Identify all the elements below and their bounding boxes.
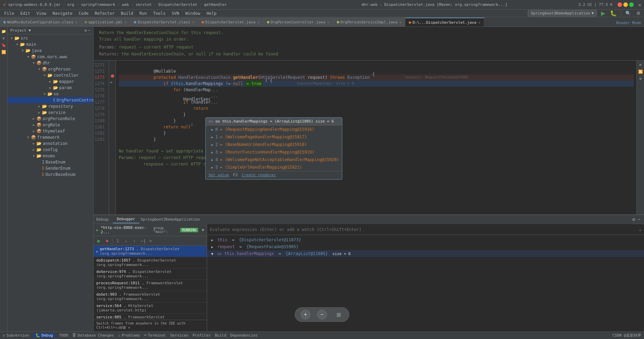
status-svn[interactable]: ↕ Subversion bbox=[3, 333, 29, 338]
tree-item-main[interactable]: ▼ 📂 main bbox=[8, 41, 93, 47]
tree-item-orgperson[interactable]: ▼ 📦 orgPerson bbox=[8, 66, 93, 72]
menu-refactor[interactable]: Refactor bbox=[92, 10, 117, 17]
run-button[interactable]: ▶ bbox=[599, 9, 607, 18]
sidebar-settings-icon[interactable]: ⚙ bbox=[85, 28, 87, 33]
code-content[interactable]: @Nullable protected HandlerExecutionChai… bbox=[116, 61, 636, 214]
tree-item-dhr[interactable]: ▼ 📦 dhr bbox=[8, 60, 93, 66]
resume-button[interactable]: ▶ bbox=[95, 237, 103, 245]
create-renderer-link[interactable]: Create renderer bbox=[242, 172, 276, 178]
status-debug[interactable]: 🐛 Debug bbox=[33, 333, 55, 338]
menu-navigate[interactable]: Navigate bbox=[50, 10, 75, 17]
menu-help[interactable]: Help bbox=[204, 10, 219, 17]
thread-expand[interactable]: ▼ bbox=[202, 228, 204, 232]
debug-frame-5[interactable]: service:564 , HttpServlet (jakarta.servl… bbox=[94, 303, 207, 314]
menu-window[interactable]: Window bbox=[183, 10, 203, 17]
zoom-out-button[interactable]: − bbox=[317, 310, 327, 319]
menu-build[interactable]: Build bbox=[118, 10, 136, 17]
tab-close[interactable]: ✕ bbox=[479, 21, 481, 24]
status-profiler[interactable]: Profiler bbox=[193, 333, 211, 338]
rs-icon-1[interactable]: ≡ bbox=[637, 62, 644, 68]
tab-close[interactable]: ✕ bbox=[258, 20, 260, 24]
debug-frame-2[interactable]: doService:974 , DispatcherServlet (org.s… bbox=[94, 268, 207, 280]
status-terminal[interactable]: ⌨ Terminal bbox=[144, 333, 166, 338]
tab-application-yml[interactable]: application.yml ✕ bbox=[81, 18, 130, 27]
status-build[interactable]: Build bbox=[215, 333, 226, 338]
tab-close[interactable]: ✕ bbox=[75, 20, 77, 24]
zoom-grid-button[interactable]: ⊞ bbox=[334, 310, 343, 319]
sidebar-collapse-icon[interactable]: − bbox=[88, 28, 90, 33]
tab-webmvcauto[interactable]: WebMvcAutoConfiguration.class ✕ bbox=[0, 18, 81, 27]
stop-button[interactable]: ■ bbox=[103, 237, 111, 245]
tab-dispatcher-local[interactable]: D:\...DispatcherServlet.java ✕ bbox=[405, 18, 484, 27]
search-everywhere-button[interactable]: 🔍 bbox=[624, 9, 632, 18]
tree-item-controller[interactable]: ▼ 📂 controller bbox=[8, 72, 93, 78]
tab-close[interactable]: ✕ bbox=[328, 20, 330, 24]
debug-popup-item-5[interactable]: ▶ 5 = (SimpleUrlHandlerMapping@15921) bbox=[206, 163, 342, 171]
tab-close[interactable]: ✕ bbox=[192, 20, 194, 24]
var-item-handlermappings[interactable]: ▼ oo this.handlerMappings = {ArrayList@1… bbox=[207, 250, 644, 257]
tree-item-ourcbaseenum[interactable]: E OurcBaseEnum bbox=[8, 171, 93, 178]
run-config-selector[interactable]: Springboot3DemoApplication ▼ bbox=[528, 10, 597, 17]
debug-popup-item-1[interactable]: ▶ 1 = (WelcomePageHandlerMapping@15917) bbox=[206, 133, 342, 141]
debug-popup-item-3[interactable]: ▶ 3 = (RouterFunctionHandlerMapping@1591… bbox=[206, 148, 342, 156]
menu-file[interactable]: File bbox=[1, 10, 17, 17]
debug-popup-item-4[interactable]: ▶ 4 = (WelcomePageNotAcceptableHandlerMa… bbox=[206, 156, 342, 163]
tab-close[interactable]: ✕ bbox=[125, 20, 127, 24]
close-panel-icon[interactable]: − bbox=[637, 216, 641, 223]
status-todo[interactable]: TODO bbox=[59, 333, 68, 338]
debug-popup-item-0[interactable]: ▶ 0 = (RequestMappingHandlerMapping@1591… bbox=[206, 126, 342, 133]
eval-expand-icon[interactable]: ⌄ bbox=[639, 227, 641, 232]
structure-icon[interactable]: ≡ bbox=[1, 35, 7, 41]
minimize-button[interactable] bbox=[623, 2, 628, 7]
evaluate-button[interactable]: ≈ bbox=[147, 237, 154, 245]
maximize-button[interactable] bbox=[629, 2, 634, 7]
tree-item-thymeleaf[interactable]: ▶ 📦 thymeleaf bbox=[8, 128, 93, 134]
set-value-link[interactable]: Set value bbox=[208, 172, 229, 178]
step-out-button[interactable]: ↑ bbox=[130, 237, 138, 245]
status-services[interactable]: Services bbox=[170, 333, 189, 338]
debug-button[interactable]: 🐛 bbox=[609, 9, 618, 18]
menu-code[interactable]: Code bbox=[76, 10, 92, 17]
step-over-button[interactable]: ⤵ bbox=[114, 237, 121, 245]
zoom-in-button[interactable]: + bbox=[301, 310, 310, 319]
reader-mode-button[interactable]: Reader Mode bbox=[613, 19, 644, 27]
tree-item-mapper[interactable]: ▶ 📂 mapper bbox=[8, 78, 93, 85]
var-expand-arrow[interactable]: ▼ bbox=[211, 252, 215, 256]
debug-frame-6[interactable]: service:885 , FrameworkServlet (org.spri… bbox=[94, 314, 207, 320]
tree-item-com[interactable]: ▼ 📦 com.ours.www bbox=[8, 54, 93, 60]
step-into-button[interactable]: ↓ bbox=[122, 237, 130, 245]
project-icon[interactable]: 📁 bbox=[1, 28, 7, 34]
var-expand-arrow[interactable]: ▶ bbox=[211, 238, 215, 242]
status-problems[interactable]: ⚠ Problems bbox=[118, 333, 140, 338]
tree-item-param[interactable]: ▶ 📂 param bbox=[8, 85, 93, 91]
tab-dispatcher-java[interactable]: DispatcherServlet.java ✕ bbox=[198, 18, 264, 27]
tree-item-orgpersoncontroller-file[interactable]: C OrgPersonController bbox=[8, 97, 93, 103]
bookmarks-icon[interactable]: 🔖 bbox=[1, 42, 7, 48]
run-icon[interactable]: ▶ bbox=[96, 228, 99, 232]
menu-view[interactable]: View bbox=[34, 10, 49, 17]
tree-item-service[interactable]: ▶ 📂 service bbox=[8, 109, 93, 116]
debug-popup-item-2[interactable]: ▶ 2 = (BeanNameUriHandlerMapping@15918) bbox=[206, 141, 342, 148]
tree-item-src[interactable]: ▼ 📂 src bbox=[8, 35, 93, 41]
tree-item-repository[interactable]: ▶ 📂 repository bbox=[8, 103, 93, 109]
title-controls[interactable]: 3.2 GI | 77.5 K ✕ bbox=[578, 2, 641, 8]
tree-item-enums[interactable]: ▼ 📂 enums bbox=[8, 153, 93, 159]
debug-frame-4[interactable]: doGet:903 , FrameworkServlet (org.spring… bbox=[94, 291, 207, 303]
run-to-cursor-button[interactable]: →| bbox=[139, 237, 146, 245]
tab-orgpersoncontroller[interactable]: OrgPersonController.java ✕ bbox=[264, 18, 333, 27]
git-icon[interactable]: 🔀 bbox=[1, 49, 7, 55]
tree-item-vo[interactable]: ▼ 📂 vo bbox=[8, 91, 93, 97]
tab-orgpersonservice[interactable]: OrgPersonServiceImpl.java ✕ bbox=[333, 18, 406, 27]
close-button[interactable] bbox=[618, 2, 622, 7]
tree-item-orgpersonrole[interactable]: ▶ 📦 orgPersonRole bbox=[8, 116, 93, 122]
rs-icon-2[interactable]: 🔀 bbox=[637, 69, 644, 75]
var-expand-arrow[interactable]: ▶ bbox=[211, 245, 215, 249]
debug-frame-3[interactable]: processRequest:1011 , FrameworkServlet (… bbox=[94, 280, 207, 291]
debug-frame-1[interactable]: doDispatch:1057 , DispatcherServlet (org… bbox=[94, 257, 207, 268]
tree-item-baseenum[interactable]: I BaseEnum bbox=[8, 159, 93, 165]
rs-icon-3[interactable]: ⚙ bbox=[637, 76, 644, 82]
settings-button[interactable]: ⚙ bbox=[634, 9, 643, 18]
menu-edit[interactable]: Edit bbox=[18, 10, 33, 17]
tree-item-java[interactable]: ▼ 📂 java bbox=[8, 47, 93, 54]
tree-item-genderenum[interactable]: E GenderEnum bbox=[8, 165, 93, 171]
